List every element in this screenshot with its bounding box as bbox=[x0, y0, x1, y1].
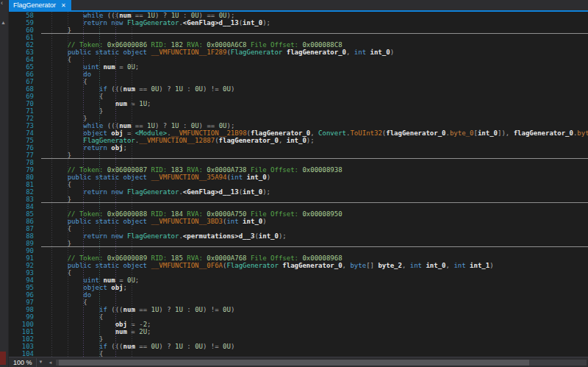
code-text: num = 1U; bbox=[41, 100, 588, 107]
code-editor[interactable]: 58 while (((num == 1U) ? 1U : 0U) == 0U)… bbox=[9, 12, 588, 357]
code-text: { bbox=[41, 56, 588, 63]
code-line[interactable]: 79 // Token: 0x06000087 RID: 183 RVA: 0x… bbox=[9, 166, 588, 174]
line-number: 68 bbox=[9, 85, 41, 93]
code-line[interactable]: 96 do bbox=[9, 291, 588, 299]
code-line[interactable]: 70 num = 1U; bbox=[9, 100, 588, 107]
line-number: 102 bbox=[9, 335, 41, 343]
code-line[interactable]: 100 obj = -2; bbox=[9, 321, 588, 328]
line-number: 100 bbox=[9, 321, 41, 328]
code-text: } bbox=[41, 26, 588, 34]
code-text: if (((num == 0U) ? 1U : 0U) != 0U) bbox=[41, 85, 588, 93]
code-line[interactable]: 66 do bbox=[9, 71, 588, 78]
code-text: while (((num == 1U) ? 1U : 0U) == 0U); bbox=[41, 122, 588, 129]
code-line[interactable]: 97 { bbox=[9, 299, 588, 306]
code-line[interactable]: 83 } bbox=[9, 196, 588, 203]
code-line[interactable]: 84 bbox=[9, 203, 588, 210]
line-number: 87 bbox=[9, 225, 41, 232]
code-line[interactable]: 75 FlagGenerator.__VMFUNCTION__12887(fla… bbox=[9, 137, 588, 144]
code-line[interactable]: 88 return new FlagGenerator.<permutation… bbox=[9, 232, 588, 240]
line-number: 72 bbox=[9, 115, 41, 122]
code-line[interactable]: 102 } bbox=[9, 335, 588, 343]
code-line[interactable]: 62 // Token: 0x06000086 RID: 182 RVA: 0x… bbox=[9, 41, 588, 49]
code-line[interactable]: 74 object obj = <Module>.__VMFUNCTION__2… bbox=[9, 129, 588, 137]
code-text: uint num = 0U; bbox=[41, 277, 588, 284]
tab-flaggenerator[interactable]: FlagGenerator ✕ bbox=[9, 0, 71, 10]
zoom-level[interactable]: 100 % bbox=[9, 358, 36, 367]
code-line[interactable]: 77 } bbox=[9, 152, 588, 159]
panel-collapse-icon[interactable]: ‹ bbox=[1, 0, 3, 7]
code-line[interactable]: 78 bbox=[9, 159, 588, 166]
line-number: 62 bbox=[9, 41, 41, 49]
code-line[interactable]: 90 bbox=[9, 247, 588, 254]
code-line[interactable]: 104 { bbox=[9, 350, 588, 357]
code-text bbox=[41, 34, 588, 41]
code-text: FlagGenerator.__VMFUNCTION__12887(flagGe… bbox=[41, 137, 588, 144]
line-number: 67 bbox=[9, 78, 41, 85]
code-line[interactable]: 98 if (((num == 1U) ? 1U : 0U) != 0U) bbox=[9, 306, 588, 313]
code-line[interactable]: 94 uint num = 0U; bbox=[9, 277, 588, 284]
line-number: 69 bbox=[9, 93, 41, 100]
scroll-left-icon[interactable]: ◄ bbox=[46, 360, 56, 365]
code-line[interactable]: 68 if (((num == 0U) ? 1U : 0U) != 0U) bbox=[9, 85, 588, 93]
scrollbar-track[interactable] bbox=[56, 360, 587, 366]
code-line[interactable]: 71 } bbox=[9, 107, 588, 115]
code-text: } bbox=[41, 240, 588, 247]
code-line[interactable]: 92 public static object __VMFUNCTION__0F… bbox=[9, 262, 588, 269]
line-number: 65 bbox=[9, 63, 41, 71]
code-text: { bbox=[41, 299, 588, 306]
line-number: 88 bbox=[9, 232, 41, 240]
code-line[interactable]: 65 uint num = 0U; bbox=[9, 63, 588, 71]
code-text: public static object __VMFUNCTION__1F289… bbox=[41, 49, 588, 56]
zoom-dropdown-icon[interactable]: ▼ bbox=[36, 358, 46, 367]
code-line[interactable]: 63 public static object __VMFUNCTION__1F… bbox=[9, 49, 588, 56]
code-line[interactable]: 86 public static object __VMFUNCTION__3B… bbox=[9, 218, 588, 225]
left-panel-strip: ‹ ▲ bbox=[0, 0, 9, 367]
code-line[interactable]: 76 return obj; bbox=[9, 144, 588, 152]
code-line[interactable]: 87 { bbox=[9, 225, 588, 232]
code-line[interactable]: 73 while (((num == 1U) ? 1U : 0U) == 0U)… bbox=[9, 122, 588, 129]
code-line[interactable]: 95 object obj; bbox=[9, 284, 588, 291]
code-line[interactable]: 69 { bbox=[9, 93, 588, 100]
code-line[interactable]: 80 public static object __VMFUNCTION__35… bbox=[9, 174, 588, 181]
line-number: 104 bbox=[9, 350, 41, 357]
code-line[interactable]: 99 { bbox=[9, 313, 588, 321]
code-line[interactable]: 59 return new FlagGenerator.<GenFlag>d__… bbox=[9, 19, 588, 26]
scrollbar-thumb[interactable] bbox=[59, 360, 529, 366]
code-line[interactable]: 61 bbox=[9, 34, 588, 41]
code-line[interactable]: 60 } bbox=[9, 26, 588, 34]
code-line[interactable]: 91 // Token: 0x06000089 RID: 185 RVA: 0x… bbox=[9, 254, 588, 262]
code-text: { bbox=[41, 225, 588, 232]
line-number: 66 bbox=[9, 71, 41, 78]
code-line[interactable]: 81 { bbox=[9, 181, 588, 188]
line-number: 61 bbox=[9, 34, 41, 41]
code-line[interactable]: 58 while (((num == 1U) ? 1U : 0U) == 0U)… bbox=[9, 12, 588, 19]
code-line[interactable]: 93 { bbox=[9, 269, 588, 277]
code-line[interactable]: 89 } bbox=[9, 240, 588, 247]
line-number: 79 bbox=[9, 166, 41, 174]
document-area: FlagGenerator ✕ 58 while (((num == 1U) ?… bbox=[9, 0, 588, 367]
code-text: public static object __VMFUNCTION__3BD3(… bbox=[41, 218, 588, 225]
tab-close-icon[interactable]: ✕ bbox=[61, 2, 66, 9]
line-number: 101 bbox=[9, 328, 41, 335]
code-line[interactable]: 103 if (((num == 0U) ? 1U : 0U) != 0U) bbox=[9, 343, 588, 350]
code-text: object obj = <Module>.__VMFUNCTION__21B9… bbox=[41, 129, 588, 137]
line-number: 97 bbox=[9, 299, 41, 306]
line-number: 64 bbox=[9, 56, 41, 63]
code-text: object obj; bbox=[41, 284, 588, 291]
line-number: 71 bbox=[9, 107, 41, 115]
code-line[interactable]: 64 { bbox=[9, 56, 588, 63]
tab-strip: FlagGenerator ✕ bbox=[9, 0, 588, 12]
code-line[interactable]: 85 // Token: 0x06000088 RID: 184 RVA: 0x… bbox=[9, 210, 588, 218]
code-text: { bbox=[41, 78, 588, 85]
code-line[interactable]: 72 } bbox=[9, 115, 588, 122]
horizontal-scrollbar[interactable]: ◄ bbox=[46, 357, 588, 367]
code-line[interactable]: 101 num = 2U; bbox=[9, 328, 588, 335]
line-number: 60 bbox=[9, 26, 41, 34]
decompiler-window: ‹ ▲ FlagGenerator ✕ 58 while (((num == 1… bbox=[0, 0, 588, 367]
scroll-up-icon[interactable]: ▲ bbox=[1, 20, 6, 26]
code-line[interactable]: 82 return new FlagGenerator.<GenFlag>d__… bbox=[9, 188, 588, 196]
line-number: 82 bbox=[9, 188, 41, 196]
code-text: num = 2U; bbox=[41, 328, 588, 335]
code-text: { bbox=[41, 93, 588, 100]
code-line[interactable]: 67 { bbox=[9, 78, 588, 85]
